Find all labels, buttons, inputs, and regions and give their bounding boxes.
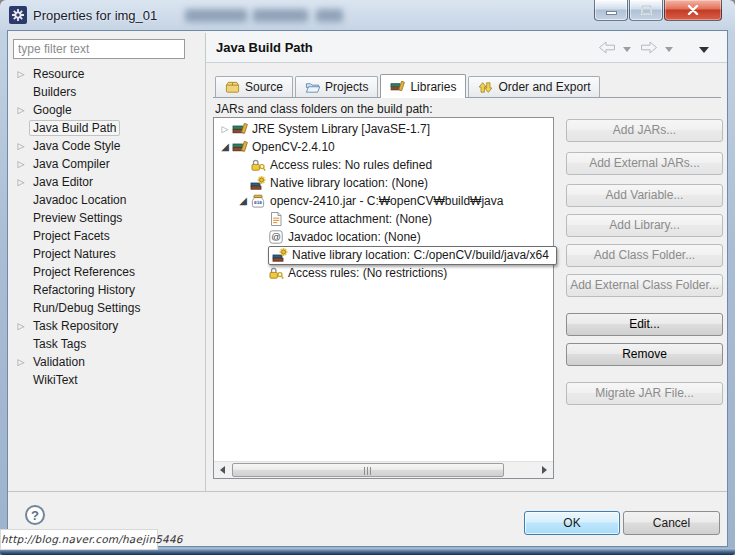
expand-expanded-icon[interactable]: ◢ xyxy=(236,192,250,210)
tree-item-opencv-library[interactable]: ◢ OpenCV-2.4.10 xyxy=(214,138,553,156)
tab-source[interactable]: Source xyxy=(215,76,293,97)
close-icon xyxy=(687,5,699,15)
ok-button[interactable]: OK xyxy=(524,511,620,535)
sidebar-item-project-references[interactable]: Project References xyxy=(13,263,201,281)
filter-input[interactable] xyxy=(13,39,185,59)
sidebar-item-builders[interactable]: Builders xyxy=(13,83,201,101)
back-history-caret-icon[interactable] xyxy=(623,47,631,52)
order-arrows-icon xyxy=(478,80,493,95)
open-folder-icon xyxy=(305,80,320,95)
access-rules-lock-icon xyxy=(250,157,266,173)
tree-item-opencv-jar[interactable]: ◢ 010 opencv-2410.jar - C:₩openCV₩build₩… xyxy=(214,192,553,210)
scrollbar-thumb[interactable] xyxy=(232,463,504,477)
redacted-text xyxy=(185,9,247,22)
sidebar-item-run-debug-settings[interactable]: Run/Debug Settings xyxy=(13,299,201,317)
redacted-text xyxy=(253,9,308,22)
sidebar-item-javadoc-location[interactable]: Javadoc Location xyxy=(13,191,201,209)
sidebar-item-refactoring-history[interactable]: Refactoring History xyxy=(13,281,201,299)
remove-button[interactable]: Remove xyxy=(566,343,723,366)
library-books-icon xyxy=(232,139,248,155)
sidebar-item-project-natures[interactable]: Project Natures xyxy=(13,245,201,263)
expand-collapsed-icon[interactable]: ▷ xyxy=(13,173,29,191)
tree-item-source-attachment[interactable]: Source attachment: (None) xyxy=(214,210,553,228)
horizontal-scrollbar[interactable] xyxy=(214,461,553,478)
source-attachment-icon xyxy=(268,211,284,227)
expand-expanded-icon[interactable]: ◢ xyxy=(218,138,232,156)
javadoc-icon: @ xyxy=(268,229,284,245)
package-folder-icon xyxy=(225,80,240,95)
view-menu-caret-icon[interactable] xyxy=(699,47,709,53)
forward-arrow-icon[interactable] xyxy=(639,40,659,55)
minimize-button[interactable] xyxy=(594,0,628,21)
tree-item-access-rules[interactable]: Access rules: No rules defined xyxy=(214,156,553,174)
sidebar-item-java-build-path[interactable]: Java Build Path xyxy=(13,119,201,137)
native-library-icon xyxy=(250,175,266,191)
sidebar-item-java-compiler[interactable]: ▷Java Compiler xyxy=(13,155,201,173)
add-class-folder-button[interactable]: Add Class Folder... xyxy=(566,244,723,267)
tab-order-and-export[interactable]: Order and Export xyxy=(468,76,600,97)
sidebar-item-java-editor[interactable]: ▷Java Editor xyxy=(13,173,201,191)
redacted-text xyxy=(316,9,343,22)
sidebar-item-preview-settings[interactable]: Preview Settings xyxy=(13,209,201,227)
properties-dialog-window: Properties for img_01 ▷Resource Builders… xyxy=(0,0,735,555)
sidebar-item-project-facets[interactable]: Project Facets xyxy=(13,227,201,245)
tree-item-native-library-x64-selected[interactable]: Native library location: C:/openCV/build… xyxy=(214,246,553,264)
migrate-jar-file-button[interactable]: Migrate JAR File... xyxy=(566,382,723,405)
sidebar-item-validation[interactable]: ▷Validation xyxy=(13,353,201,371)
build-path-caption: JARs and class folders on the build path… xyxy=(215,102,432,116)
add-external-class-folder-button[interactable]: Add External Class Folder... xyxy=(566,274,723,297)
expand-collapsed-icon[interactable]: ▷ xyxy=(218,120,232,138)
edit-button[interactable]: Edit... xyxy=(566,313,723,336)
svg-text:010: 010 xyxy=(254,200,262,205)
back-arrow-icon[interactable] xyxy=(597,40,617,55)
maximize-button[interactable] xyxy=(629,0,663,21)
sidebar-item-resource[interactable]: ▷Resource xyxy=(13,65,201,83)
expand-collapsed-icon[interactable]: ▷ xyxy=(13,317,29,335)
page-title: Java Build Path xyxy=(216,40,313,55)
build-path-tabs: Source Projects Libraries Orde xyxy=(215,73,602,98)
title-bar[interactable]: Properties for img_01 xyxy=(0,0,735,30)
tree-item-access-rules-restrictions[interactable]: Access rules: (No restrictions) xyxy=(214,264,553,282)
minimize-icon xyxy=(606,6,617,15)
expand-collapsed-icon[interactable]: ▷ xyxy=(13,155,29,173)
tree-item-javadoc-location[interactable]: @ Javadoc location: (None) xyxy=(214,228,553,246)
tree-item-jre-system-library[interactable]: ▷ JRE System Library [JavaSE-1.7] xyxy=(214,120,553,138)
add-library-button[interactable]: Add Library... xyxy=(566,214,723,237)
eclipse-properties-icon xyxy=(9,6,27,24)
library-books-icon xyxy=(232,121,248,137)
sidebar-item-java-code-style[interactable]: ▷Java Code Style xyxy=(13,137,201,155)
dialog-client-area: ▷Resource Builders ▷Google Java Build Pa… xyxy=(7,30,728,547)
scroll-left-button[interactable] xyxy=(214,462,231,478)
build-path-tree: ▷ JRE System Library [JavaSE-1.7] ◢ Open… xyxy=(213,117,554,479)
sidebar-item-task-repository[interactable]: ▷Task Repository xyxy=(13,317,201,335)
forward-history-caret-icon[interactable] xyxy=(665,47,673,52)
native-library-icon xyxy=(272,247,288,263)
nav-content-divider xyxy=(205,33,206,491)
maximize-icon xyxy=(641,5,652,15)
cancel-button[interactable]: Cancel xyxy=(623,511,720,535)
jar-file-icon: 010 xyxy=(250,193,266,209)
add-variable-button[interactable]: Add Variable... xyxy=(566,184,723,207)
library-books-icon xyxy=(390,79,405,94)
expand-collapsed-icon[interactable]: ▷ xyxy=(13,101,29,119)
expand-collapsed-icon[interactable]: ▷ xyxy=(13,353,29,371)
page-header: Java Build Path xyxy=(206,31,727,63)
add-external-jars-button[interactable]: Add External JARs... xyxy=(566,152,723,175)
tree-item-native-library-location[interactable]: Native library location: (None) xyxy=(214,174,553,192)
add-jars-button[interactable]: Add JARs... xyxy=(566,119,723,142)
scroll-right-arrow-icon xyxy=(542,466,547,474)
tab-libraries[interactable]: Libraries xyxy=(380,74,466,98)
scroll-right-button[interactable] xyxy=(536,462,553,478)
close-button[interactable] xyxy=(664,0,722,21)
sidebar-item-google[interactable]: ▷Google xyxy=(13,101,201,119)
svg-text:@: @ xyxy=(271,231,281,242)
sidebar-item-wikitext[interactable]: WikiText xyxy=(13,371,201,389)
window-title: Properties for img_01 xyxy=(33,8,157,23)
footer-divider xyxy=(8,491,727,492)
sidebar-item-task-tags[interactable]: Task Tags xyxy=(13,335,201,353)
help-button[interactable]: ? xyxy=(25,505,45,525)
selected-item-tooltip: Native library location: C:/openCV/build… xyxy=(268,246,557,265)
tab-projects[interactable]: Projects xyxy=(295,76,378,97)
expand-collapsed-icon[interactable]: ▷ xyxy=(13,65,29,83)
expand-collapsed-icon[interactable]: ▷ xyxy=(13,137,29,155)
